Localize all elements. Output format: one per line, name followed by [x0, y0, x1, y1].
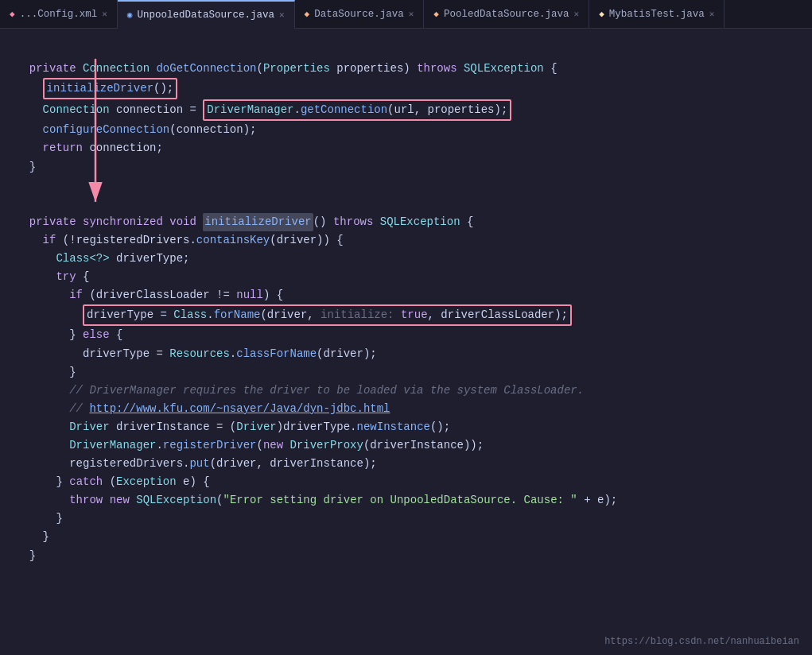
- code-line: registeredDrivers.put(driver, driverInst…: [16, 455, 812, 473]
- tab-mybatis-config[interactable]: ◆ ...Config.xml ✕: [0, 0, 118, 29]
- method-name: initializeDriver: [204, 215, 311, 228]
- code-line: }: [16, 510, 812, 528]
- string-literal: "Error setting driver on UnpooledDataSou…: [223, 491, 577, 510]
- code-text: (connection);: [169, 121, 256, 139]
- code-line: }: [16, 363, 812, 382]
- code-line: throw new SQLException("Error setting dr…: [16, 491, 812, 510]
- type-name: Class<?>: [56, 250, 109, 268]
- code-text: }: [56, 473, 69, 491]
- code-line: private Connection doGetConnection(Prope…: [16, 60, 812, 78]
- code-text: driverType =: [87, 308, 173, 321]
- comment-text: //: [69, 400, 89, 418]
- code-text: registeredDrivers.: [69, 455, 189, 473]
- code-line: Driver driverInstance = (Driver)driverTy…: [16, 418, 812, 436]
- type-name: SQLException: [380, 213, 460, 231]
- code-text: driverType;: [116, 250, 189, 268]
- type-name: Connection: [43, 101, 110, 119]
- method-name: registerDriver: [163, 436, 257, 455]
- code-line: } else {: [16, 326, 812, 344]
- code-text: {: [116, 326, 122, 344]
- tab-pooled-datasource[interactable]: ◆ PooledDataSource.java ✕: [424, 0, 589, 29]
- code-line: } catch (Exception e) {: [16, 473, 812, 491]
- watermark: https://blog.csdn.net/nanhuaibeian: [604, 636, 799, 647]
- tab-unpooled-datasource[interactable]: ◉ UnpooledDataSource.java ✕: [118, 0, 295, 29]
- type-name: DriverManager: [207, 103, 293, 116]
- code-text: {: [544, 60, 558, 78]
- comment-text: // DriverManager requires the driver to …: [69, 382, 584, 400]
- type-name: SQLException: [136, 491, 216, 510]
- code-text: connection =: [116, 101, 203, 119]
- hint-text: initialize:: [321, 308, 401, 321]
- keyword: throws: [417, 60, 457, 78]
- tab-mybatis-test[interactable]: ◆ MybatisTest.java ✕: [589, 0, 725, 29]
- code-text: .: [207, 308, 213, 321]
- code-line: }: [16, 158, 812, 176]
- code-line: private synchronized void initializeDriv…: [16, 213, 812, 231]
- tab-label: UnpooledDataSource.java: [137, 10, 274, 21]
- close-tab-button[interactable]: ✕: [102, 9, 107, 19]
- code-line: try {: [16, 268, 812, 286]
- method-name: doGetConnection: [156, 60, 256, 78]
- close-tab-button[interactable]: ✕: [709, 9, 715, 19]
- highlight-drivermanager: DriverManager.getConnection(url, propert…: [203, 99, 511, 121]
- type-name: Driver: [69, 418, 109, 436]
- keyword: throw: [69, 491, 103, 510]
- tab-bar: ◆ ...Config.xml ✕ ◉ UnpooledDataSource.j…: [0, 0, 812, 29]
- code-text: (driver,: [260, 308, 321, 321]
- java-icon: ◉: [127, 10, 133, 20]
- code-text: (!registeredDrivers.: [63, 231, 196, 250]
- code-text: properties): [330, 60, 417, 78]
- close-tab-button[interactable]: ✕: [409, 9, 414, 19]
- method-name: configureConnection: [43, 121, 170, 139]
- method-name: getConnection: [301, 103, 387, 116]
- tab-datasource[interactable]: ◆ DataSource.java ✕: [295, 0, 425, 29]
- type-name: Properties: [263, 60, 330, 78]
- code-text: (: [216, 491, 223, 510]
- highlight-initializedriver: initializeDriver();: [43, 78, 178, 99]
- method-name: newInstance: [357, 418, 430, 436]
- code-text: ();: [153, 82, 173, 95]
- type-name: Exception: [116, 473, 177, 491]
- keyword: synchronized: [83, 213, 163, 231]
- code-text: }: [43, 528, 49, 546]
- code-text: )driverType.: [277, 418, 357, 436]
- method-name: put: [189, 455, 209, 473]
- keyword: if: [43, 231, 56, 250]
- code-line: configureConnection(connection);: [16, 121, 812, 139]
- code-line: driverType = Class.forName(driver, initi…: [16, 304, 812, 326]
- code-text: }: [69, 326, 83, 344]
- code-text: {: [83, 268, 89, 286]
- keyword: true: [401, 308, 428, 321]
- close-tab-button[interactable]: ✕: [574, 9, 580, 19]
- method-name: classForName: [236, 345, 317, 363]
- java-icon: ◆: [433, 9, 439, 19]
- code-text: (driver, driverInstance);: [210, 455, 377, 473]
- type-name: Resources: [169, 345, 230, 363]
- type-name: DriverManager: [69, 436, 156, 455]
- keyword: new: [110, 491, 130, 510]
- type-name: DriverProxy: [290, 436, 363, 455]
- code-text: (driverInstance));: [363, 436, 484, 455]
- close-tab-button[interactable]: ✕: [279, 10, 285, 20]
- code-line: // DriverManager requires the driver to …: [16, 382, 812, 400]
- code-text: .: [156, 436, 162, 455]
- code-line: // http://www.kfu.com/~nsayer/Java/dyn-j…: [16, 400, 812, 418]
- link-text[interactable]: http://www.kfu.com/~nsayer/Java/dyn-jdbc…: [89, 400, 390, 418]
- code-line: if (driverClassLoader != null) {: [16, 286, 812, 304]
- code-text: (): [313, 213, 333, 231]
- code-line: [16, 176, 812, 195]
- code-line: [16, 195, 812, 213]
- code-editor: private Connection doGetConnection(Prope…: [0, 29, 812, 655]
- keyword: null: [236, 286, 263, 304]
- type-name: Connection: [83, 60, 150, 78]
- code-text: e) {: [183, 473, 210, 491]
- code-text: (: [256, 60, 262, 78]
- code-line: DriverManager.registerDriver(new DriverP…: [16, 436, 812, 455]
- highlight-forname: driverType = Class.forName(driver, initi…: [83, 304, 572, 326]
- code-text: .: [230, 345, 236, 363]
- code-text: .: [293, 103, 300, 116]
- code-text: (driverClassLoader !=: [89, 286, 236, 304]
- type-name: SQLException: [464, 60, 544, 78]
- code-text: }: [29, 158, 36, 176]
- java-icon: ◆: [599, 9, 604, 19]
